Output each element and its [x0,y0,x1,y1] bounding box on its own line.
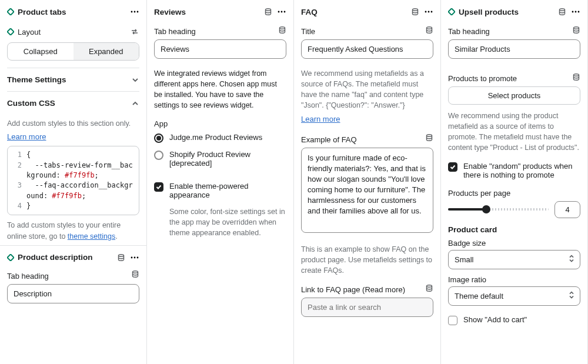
svg-rect-23 [448,8,455,15]
svg-point-7 [131,256,133,258]
learn-more-link[interactable]: Learn more [301,115,433,123]
checkbox-label: Enable "random" products when there is n… [463,162,580,179]
app-label: App [154,119,286,128]
section-title: Product description [18,253,93,262]
more-actions-icon[interactable] [130,253,139,262]
checkbox-theme-appearance[interactable]: Enable theme-powered appearance [154,178,286,203]
panel-faq: FAQ Title We recommend using metafields … [294,0,441,364]
more-actions-icon[interactable] [277,7,286,16]
svg-point-19 [431,11,433,13]
badge-size-label: Badge size [448,239,580,248]
section-header-product-description: Product description [7,248,139,267]
chevron-up-icon [131,99,139,108]
dynamic-source-icon[interactable] [131,270,139,278]
dynamic-source-icon[interactable] [572,26,580,34]
checkbox-label: Enable theme-powered appearance [169,182,286,199]
checkbox-show-add-to-cart[interactable]: Show "Add to cart" [448,312,580,329]
tab-heading-input[interactable] [7,284,139,303]
ppp-label: Products per page [448,189,580,198]
image-ratio-select[interactable]: Theme default [448,286,580,306]
panel-upsell: Upsell products Tab heading Products to … [441,0,588,364]
sync-icon[interactable] [130,27,139,36]
ppp-slider[interactable] [448,208,549,211]
dynamic-source-icon[interactable] [425,133,433,142]
svg-point-11 [266,9,271,11]
layout-segmented-control[interactable]: Collapsed Expanded [7,42,139,61]
example-textarea[interactable] [301,148,433,233]
tab-heading-input[interactable] [154,39,286,59]
checkbox-icon [154,182,163,192]
title-input[interactable] [301,39,433,59]
badge-size-select[interactable]: Small [448,250,580,269]
dynamic-source-icon[interactable] [558,8,566,16]
ppp-value[interactable]: 4 [554,201,580,218]
example-label: Example of FAQ [301,135,357,144]
accordion-label: Custom CSS [7,99,55,108]
reviews-description: We integrated reviews widget from differ… [154,68,286,111]
theme-settings-link[interactable]: theme settings [68,232,115,241]
select-products-button[interactable]: Select products [448,86,580,105]
code-text: #f7f9fb [52,192,82,200]
svg-point-15 [280,26,285,29]
section-icon [7,8,14,15]
faq-help: We recommend using metafields as a sourc… [301,68,433,111]
svg-point-25 [572,11,574,13]
dynamic-source-icon[interactable] [572,73,580,81]
svg-point-27 [578,11,580,13]
product-card-heading: Product card [448,225,580,234]
svg-rect-4 [7,28,14,35]
section-title: Product tabs [18,8,66,16]
seg-expanded[interactable]: Expanded [74,43,139,60]
section-header-upsell: Upsell products [448,5,580,22]
dynamic-source-icon[interactable] [425,284,433,292]
dynamic-source-icon[interactable] [278,26,286,34]
section-title: Reviews [154,8,186,16]
section-title: FAQ [301,8,318,16]
svg-rect-5 [7,254,14,261]
section-header-reviews: Reviews [154,5,286,22]
section-header-product-tabs: Product tabs [7,5,139,22]
code-text: #f7f9fb [65,171,95,179]
dynamic-source-icon[interactable] [264,8,272,16]
svg-point-29 [574,74,579,76]
css-editor[interactable]: 1{ 2 --tabs-review-form__background: #f7… [7,146,139,215]
svg-point-28 [574,26,579,29]
radio-icon [154,133,163,143]
svg-point-22 [427,285,432,287]
seg-collapsed[interactable]: Collapsed [8,43,74,60]
block-icon [448,8,455,15]
svg-point-21 [427,135,432,137]
link-input[interactable] [301,298,433,317]
promote-label: Products to promote [448,74,517,83]
layout-row: Layout [7,22,139,39]
more-actions-icon[interactable] [130,7,139,16]
section-title: Upsell products [459,8,519,16]
checkbox-help: Some color, font-size settings set in th… [169,206,286,238]
tab-heading-label: Tab heading [7,272,49,280]
svg-point-24 [560,9,565,11]
dynamic-source-icon[interactable] [425,26,433,34]
svg-point-17 [425,11,427,13]
checkbox-icon [448,162,457,172]
tab-heading-input[interactable] [448,39,580,59]
layout-label: Layout [18,28,41,36]
accordion-custom-css[interactable]: Custom CSS [7,91,139,115]
svg-point-2 [134,11,136,13]
learn-more-link[interactable]: Learn more [7,132,139,141]
image-ratio-label: Image ratio [448,275,580,284]
dynamic-source-icon[interactable] [411,8,419,16]
svg-point-13 [281,11,283,13]
checkbox-label: Show "Add to cart" [463,315,527,324]
code-text: } [26,201,134,211]
accordion-label: Theme Settings [7,75,66,84]
more-actions-icon[interactable] [571,7,580,16]
dynamic-source-icon[interactable] [117,253,125,262]
chevron-down-icon [131,76,139,84]
more-actions-icon[interactable] [424,7,433,16]
radio-judgeme[interactable]: Judge.me Product Reviews [154,129,286,146]
example-help: This is an example to show FAQ on the pr… [301,244,433,276]
accordion-theme-settings[interactable]: Theme Settings [7,68,139,91]
checkbox-random-products[interactable]: Enable "random" products when there is n… [448,158,580,183]
radio-shopify-review[interactable]: Shopify Product Review [deprecated] [154,146,286,171]
title-label: Title [301,27,315,36]
